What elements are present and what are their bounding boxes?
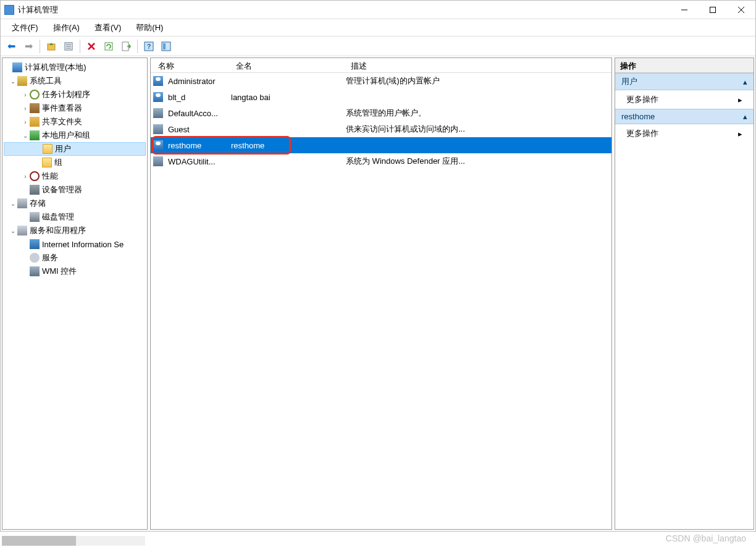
expander-icon[interactable]: ⌄ — [9, 200, 17, 207]
tree-label: Internet Information Se — [42, 240, 124, 249]
folder-icon — [43, 144, 52, 154]
chevron-up-icon: ▴ — [743, 112, 747, 121]
action-item-label: 更多操作 — [626, 128, 658, 139]
list-header: 名称 全名 描述 — [151, 58, 611, 73]
tree-label: WMI 控件 — [42, 266, 77, 277]
tree-pane[interactable]: 计算机管理(本地) ⌄系统工具 ›任务计划程序 ›事件查看器 ›共享文件夹 ⌄本… — [2, 57, 148, 530]
menu-view[interactable]: 查看(V) — [88, 21, 127, 35]
forward-button[interactable]: ➡ — [20, 38, 36, 54]
tree-label: 设备管理器 — [42, 184, 82, 195]
menubar: 文件(F) 操作(A) 查看(V) 帮助(H) — [1, 19, 755, 36]
cell-name: resthome — [166, 141, 229, 150]
maximize-button[interactable] — [699, 1, 727, 19]
list-row[interactable]: blt_d langtao bai — [151, 89, 611, 105]
tree-label: 用户 — [55, 143, 71, 155]
tree-storage[interactable]: ⌄存储 — [4, 197, 146, 210]
svg-text:?: ? — [147, 43, 151, 50]
device-icon — [30, 185, 40, 195]
up-button[interactable] — [43, 38, 59, 54]
tree-label: 性能 — [42, 171, 58, 182]
cell-name: DefaultAcco... — [166, 109, 229, 118]
tree-services[interactable]: 服务 — [4, 251, 146, 265]
clock-icon — [30, 90, 40, 100]
tree-label: 计算机管理(本地) — [25, 62, 86, 73]
tree-scrollbar[interactable] — [2, 536, 145, 546]
help-button[interactable]: ? — [141, 38, 157, 54]
delete-button[interactable] — [83, 38, 99, 54]
action-more-1[interactable]: 更多操作 ▸ — [615, 90, 754, 109]
tree-label: 存储 — [30, 198, 46, 209]
tree-users[interactable]: 用户 — [4, 142, 146, 156]
folder-icon — [42, 158, 52, 167]
tree-shared[interactable]: ›共享文件夹 — [4, 115, 146, 129]
user-icon — [153, 124, 163, 134]
menu-action[interactable]: 操作(A) — [47, 21, 86, 35]
separator — [80, 40, 80, 53]
tree-label: 系统工具 — [30, 75, 62, 87]
storage-icon — [17, 198, 27, 208]
tree-iis[interactable]: Internet Information Se — [4, 237, 146, 251]
properties-button[interactable] — [61, 38, 77, 54]
action-section-resthome[interactable]: resthome ▴ — [615, 109, 754, 124]
action-pane: 操作 用户 ▴ 更多操作 ▸ resthome ▴ 更多操作 ▸ — [615, 57, 754, 530]
computer-icon — [12, 62, 22, 72]
user-icon — [153, 76, 163, 86]
wmi-icon — [30, 266, 40, 276]
refresh-button[interactable] — [101, 38, 117, 54]
tree-devicemgr[interactable]: 设备管理器 — [4, 183, 146, 197]
disk-icon — [30, 212, 40, 222]
close-button[interactable] — [727, 1, 755, 19]
expander-icon[interactable]: › — [21, 105, 30, 112]
action-item-label: 更多操作 — [626, 94, 658, 105]
col-desc[interactable]: 描述 — [343, 58, 611, 72]
list-row-selected[interactable]: resthome resthome — [151, 137, 611, 153]
watermark: CSDN @bai_langtao — [666, 533, 746, 543]
tree-wmi[interactable]: WMI 控件 — [4, 265, 146, 278]
list-row[interactable]: Administrator 管理计算机(域)的内置帐户 — [151, 73, 611, 89]
list-row[interactable]: Guest 供来宾访问计算机或访问域的内... — [151, 121, 611, 137]
tree-label: 任务计划程序 — [42, 89, 90, 100]
users-icon — [30, 130, 40, 140]
tree-groups[interactable]: 组 — [4, 156, 146, 169]
menu-file[interactable]: 文件(F) — [6, 21, 44, 35]
cell-name: WDAGUtilit... — [166, 157, 229, 166]
tree-tasksched[interactable]: ›任务计划程序 — [4, 88, 146, 101]
user-icon — [153, 140, 163, 150]
app-icon — [4, 5, 14, 15]
gear-icon — [30, 253, 40, 263]
list-row[interactable]: DefaultAcco... 系统管理的用户帐户。 — [151, 105, 611, 121]
tree-root[interactable]: 计算机管理(本地) — [4, 61, 146, 74]
export-button[interactable] — [118, 38, 134, 54]
col-name[interactable]: 名称 — [151, 58, 229, 72]
tree-label: 事件查看器 — [42, 103, 82, 114]
expander-icon[interactable]: › — [21, 173, 30, 180]
list-body[interactable]: Administrator 管理计算机(域)的内置帐户 blt_d langta… — [151, 73, 611, 529]
expander-icon[interactable]: ⌄ — [9, 78, 17, 85]
tools-icon — [17, 76, 27, 86]
menu-help[interactable]: 帮助(H) — [130, 21, 169, 35]
list-pane: 名称 全名 描述 Administrator 管理计算机(域)的内置帐户 blt… — [150, 57, 612, 530]
tree-systools[interactable]: ⌄系统工具 — [4, 74, 146, 88]
user-icon — [153, 108, 163, 118]
show-hide-button[interactable] — [158, 38, 174, 54]
minimize-button[interactable] — [670, 1, 699, 19]
content-area: 计算机管理(本地) ⌄系统工具 ›任务计划程序 ›事件查看器 ›共享文件夹 ⌄本… — [1, 56, 755, 531]
separator — [40, 40, 40, 53]
tree-servicesapps[interactable]: ⌄服务和应用程序 — [4, 224, 146, 237]
expander-icon[interactable]: › — [21, 91, 30, 98]
tree-diskmgmt[interactable]: 磁盘管理 — [4, 210, 146, 224]
list-row[interactable]: WDAGUtilit... 系统为 Windows Defender 应用... — [151, 153, 611, 169]
expander-icon[interactable]: ⌄ — [21, 132, 30, 139]
cell-desc: 系统为 Windows Defender 应用... — [343, 156, 611, 167]
expander-icon[interactable]: › — [21, 119, 30, 125]
action-more-2[interactable]: 更多操作 ▸ — [615, 124, 754, 143]
tree-perf[interactable]: ›性能 — [4, 169, 146, 183]
cell-name: Guest — [166, 125, 229, 134]
tree-label: 服务 — [42, 252, 58, 263]
action-section-users[interactable]: 用户 ▴ — [615, 73, 754, 90]
back-button[interactable]: ⬅ — [3, 38, 19, 54]
col-fullname[interactable]: 全名 — [229, 58, 343, 72]
tree-localusers[interactable]: ⌄本地用户和组 — [4, 129, 146, 142]
expander-icon[interactable]: ⌄ — [9, 227, 17, 234]
tree-eventviewer[interactable]: ›事件查看器 — [4, 101, 146, 115]
